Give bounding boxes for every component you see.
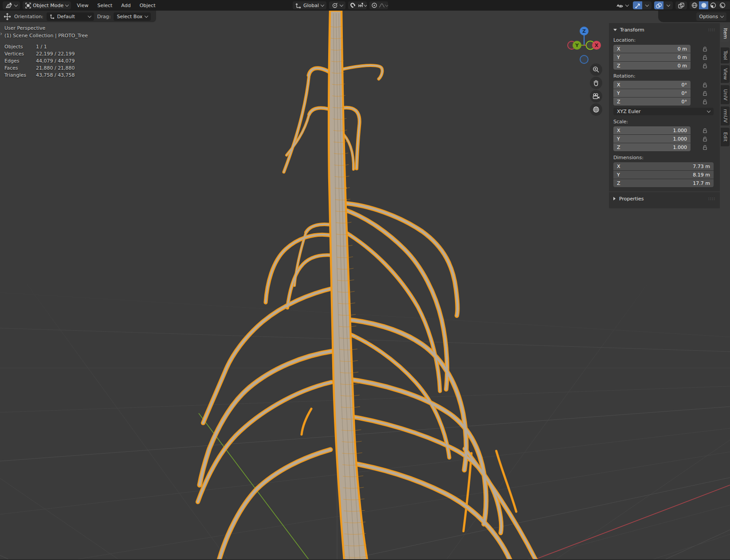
scale-z-row: Z 1.000: [613, 143, 715, 151]
lock-icon[interactable]: [702, 63, 708, 69]
object-visibility-dropdown[interactable]: [614, 1, 630, 9]
options-dropdown[interactable]: Options: [696, 12, 726, 21]
snap-increment-icon: [358, 3, 364, 8]
menu-object[interactable]: Object: [137, 3, 159, 8]
panel-grip-icon[interactable]: ::::: [708, 196, 715, 201]
scale-x-row: X 1.000: [613, 126, 715, 134]
axis-navigation-gizmo[interactable]: Y X Z: [563, 23, 608, 67]
rotation-mode-dropdown[interactable]: XYZ Euler: [613, 108, 714, 115]
shading-material-button[interactable]: [708, 1, 718, 9]
scale-y-field[interactable]: Y 1.000: [613, 135, 691, 143]
collapse-chevron-icon: [613, 29, 617, 31]
lock-icon[interactable]: [702, 145, 708, 150]
transform-orientation-dropdown[interactable]: Global: [293, 1, 326, 9]
editor-type-dropdown[interactable]: [3, 1, 20, 9]
snap-target-dropdown[interactable]: [357, 1, 367, 9]
lock-icon[interactable]: [702, 46, 708, 52]
scale-label: Scale:: [613, 119, 715, 125]
pan-button[interactable]: [590, 77, 602, 89]
sidebar-tab-univ[interactable]: UniV: [721, 85, 730, 104]
stat-row: Vertices22,199 / 22,199: [4, 50, 75, 57]
location-z-row: Z 0 m: [613, 62, 715, 70]
sidebar-tab-tool[interactable]: Tool: [721, 47, 730, 63]
zoom-button[interactable]: [590, 63, 602, 76]
dimensions-x-field[interactable]: X 7.73 m: [613, 162, 714, 170]
scale-z-field[interactable]: Z 1.000: [613, 143, 691, 151]
transform-panel-header[interactable]: Transform ::::: [613, 26, 715, 34]
stat-row: Triangles43,758 / 43,758: [4, 71, 75, 78]
lock-icon[interactable]: [702, 55, 708, 60]
overlays-dropdown[interactable]: [663, 1, 673, 9]
rotation-z-field[interactable]: Z 0°: [613, 98, 691, 106]
collapsed-chevron-icon: [613, 197, 616, 200]
tool-settings-right: Options: [658, 11, 730, 22]
sidebar-tab-item[interactable]: Item: [721, 25, 730, 42]
shading-rendered-button[interactable]: [718, 1, 727, 9]
proportional-group: [369, 1, 388, 9]
x-axis-line: [534, 485, 730, 560]
camera-view-icon: [593, 93, 600, 99]
stat-row: Faces21,880 / 21,880: [4, 64, 75, 71]
dimensions-z-field[interactable]: Z 17.7 m: [613, 179, 714, 187]
shading-solid-button[interactable]: [699, 1, 708, 9]
shading-wireframe-button[interactable]: [690, 1, 699, 9]
drag-select[interactable]: Select Box: [114, 12, 151, 21]
gizmos-dropdown[interactable]: [642, 1, 652, 9]
wireframe-sphere-icon: [691, 2, 698, 8]
proportional-circle-icon: [371, 2, 377, 8]
falloff-dropdown[interactable]: [379, 1, 388, 9]
sidebar-tab-rmuv[interactable]: rmUV: [721, 106, 730, 125]
axis-z-label: Z: [582, 28, 586, 34]
show-overlays-toggle[interactable]: [654, 1, 663, 9]
drag-label: Drag:: [97, 14, 110, 20]
rotation-y-row: Y 0°: [613, 89, 715, 97]
orientation-select[interactable]: Default: [47, 12, 94, 21]
menu-add[interactable]: Add: [118, 3, 133, 8]
snap-toggle[interactable]: [348, 1, 357, 9]
lock-icon[interactable]: [702, 90, 708, 96]
camera-view-button[interactable]: [590, 90, 602, 102]
rotation-z-row: Z 0°: [613, 98, 715, 106]
overlays-circles-icon: [655, 3, 662, 8]
options-label: Options: [699, 14, 718, 20]
xray-toggle[interactable]: [675, 1, 687, 9]
eye-cursor-icon: [616, 3, 624, 8]
drag-value: Select Box: [117, 14, 142, 20]
pivot-point-dropdown[interactable]: [329, 1, 345, 9]
location-x-field[interactable]: X 0 m: [613, 45, 691, 53]
scale-x-field[interactable]: X 1.000: [613, 126, 691, 134]
mode-dropdown[interactable]: Object Mode: [23, 1, 71, 9]
axis-neg-z-ball[interactable]: [580, 55, 588, 63]
rotation-y-field[interactable]: Y 0°: [613, 89, 691, 97]
lock-icon[interactable]: [702, 136, 708, 142]
gizmo-arrow-icon: [635, 3, 641, 8]
panel-grip-icon[interactable]: ::::: [708, 27, 715, 32]
sidebar-tab-edit[interactable]: Edit: [721, 128, 730, 146]
lock-icon[interactable]: [702, 128, 708, 133]
orientation-default-icon: [50, 14, 55, 19]
dimensions-y-field[interactable]: Y 8.19 m: [613, 171, 714, 179]
properties-panel-header[interactable]: Properties ::::: [613, 195, 715, 203]
axis-y-label: Y: [575, 43, 579, 48]
location-y-row: Y 0 m: [613, 53, 715, 61]
xray-squares-icon: [678, 3, 684, 8]
shading-dropdown[interactable]: [727, 1, 730, 9]
sidebar-tab-view[interactable]: View: [721, 65, 730, 83]
proportional-editing-toggle[interactable]: [369, 1, 379, 9]
stat-row: Objects1 / 1: [4, 43, 75, 50]
object-mode-icon: [25, 3, 31, 8]
location-y-field[interactable]: Y 0 m: [613, 53, 691, 61]
menu-view[interactable]: View: [74, 3, 91, 8]
lock-icon[interactable]: [702, 82, 708, 88]
pivot-point-icon: [332, 3, 338, 8]
menu-select[interactable]: Select: [94, 3, 115, 8]
rotation-x-field[interactable]: X 0°: [613, 81, 691, 89]
toolbar-expand-chevron[interactable]: ›: [0, 30, 2, 37]
show-gizmos-toggle[interactable]: [633, 1, 642, 9]
viewport-header: Object Mode View Select Add Object Globa…: [0, 0, 730, 11]
falloff-curve-icon: [379, 3, 385, 8]
ortho-toggle-button[interactable]: [590, 103, 602, 116]
zoom-icon: [593, 66, 600, 73]
location-z-field[interactable]: Z 0 m: [613, 62, 691, 70]
lock-icon[interactable]: [702, 99, 708, 105]
